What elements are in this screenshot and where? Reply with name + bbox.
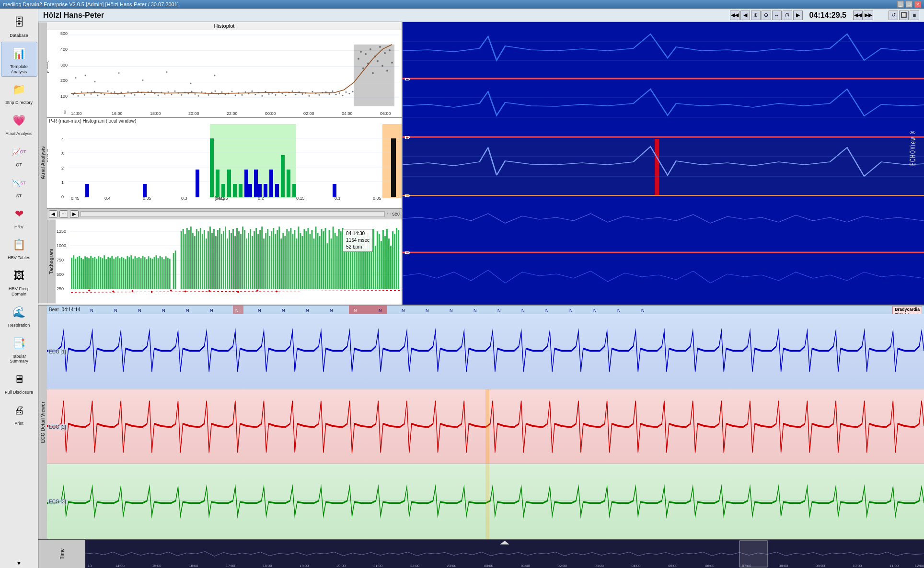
svg-rect-259 bbox=[217, 230, 219, 289]
svg-rect-243 bbox=[186, 228, 188, 289]
sidebar-item-strip-directory[interactable]: 📁 Strip Directory bbox=[1, 78, 37, 108]
svg-rect-160 bbox=[227, 170, 231, 197]
svg-point-112 bbox=[292, 91, 293, 92]
svg-text:08:00: 08:00 bbox=[779, 564, 788, 568]
time-bar-content[interactable]: 13 14:00 15:00 16:00 17:00 18:00 19:00 2… bbox=[85, 540, 924, 568]
sidebar-item-hrv[interactable]: ❤ HRV bbox=[1, 202, 37, 232]
sidebar-item-atrial-analysis[interactable]: 💗 Atrial Analysis bbox=[1, 109, 37, 139]
tachogram-side-label: Tachogram bbox=[47, 219, 56, 303]
ecg2-highlight bbox=[485, 389, 489, 464]
svg-rect-203 bbox=[104, 255, 105, 289]
svg-rect-174 bbox=[391, 138, 396, 197]
svg-rect-312 bbox=[319, 236, 321, 289]
svg-point-110 bbox=[285, 95, 287, 96]
sidebar-item-full-disclosure[interactable]: 🖥 Full Disclosure bbox=[1, 367, 37, 398]
zoom-in-button[interactable]: ⊕ bbox=[751, 11, 761, 20]
svg-point-127 bbox=[342, 95, 344, 96]
sidebar-label-template-analysis: Template Analysis bbox=[2, 64, 36, 75]
svg-rect-226 bbox=[148, 256, 150, 289]
svg-text:[msec]: [msec] bbox=[47, 60, 49, 73]
ecg-channel-1-label: ECG [1] bbox=[48, 349, 67, 354]
svg-rect-351 bbox=[394, 234, 395, 289]
svg-rect-268 bbox=[234, 236, 236, 289]
scroll-left-button[interactable]: ◀ bbox=[49, 210, 58, 218]
sidebar-item-hrv-freq-domain[interactable]: 🖼 HRV Freq-Domain bbox=[1, 264, 37, 299]
svg-rect-254 bbox=[208, 231, 209, 289]
undo-button[interactable]: ↺ bbox=[889, 11, 898, 20]
sidebar-label-respiration: Respiration bbox=[8, 323, 30, 328]
zoom-out-button[interactable]: ⊖ bbox=[762, 11, 771, 20]
svg-point-46 bbox=[151, 91, 152, 92]
svg-rect-420 bbox=[739, 541, 767, 567]
svg-point-33 bbox=[107, 91, 109, 92]
svg-rect-208 bbox=[113, 259, 115, 289]
svg-rect-162 bbox=[239, 184, 243, 197]
svg-rect-224 bbox=[144, 257, 146, 289]
tachogram-canvas: 250 500 750 1000 1250 bbox=[56, 219, 402, 303]
fast-rewind-button[interactable]: ◀◀ bbox=[853, 11, 863, 20]
svg-point-25 bbox=[81, 91, 82, 93]
layout-button[interactable]: 🔲 bbox=[899, 11, 909, 20]
svg-point-120 bbox=[319, 94, 320, 96]
qt-icon: 📈QT bbox=[10, 142, 29, 161]
svg-rect-352 bbox=[396, 228, 397, 289]
play-button[interactable]: ▶ bbox=[793, 11, 803, 20]
svg-rect-342 bbox=[377, 231, 378, 289]
menu-button[interactable]: ≡ bbox=[910, 11, 919, 20]
back-button[interactable]: ◀ bbox=[740, 11, 750, 20]
sidebar-item-qt[interactable]: 📈QT QT bbox=[1, 140, 37, 170]
sidebar-item-template-analysis[interactable]: 📊 Template Analysis bbox=[1, 42, 37, 77]
sidebar-item-print[interactable]: 🖨 Print bbox=[1, 398, 37, 429]
titlebar-controls[interactable]: _ □ ✕ bbox=[897, 1, 921, 8]
svg-point-104 bbox=[265, 91, 266, 92]
svg-rect-316 bbox=[327, 243, 328, 289]
svg-rect-166 bbox=[258, 184, 262, 197]
pr-scrolltrack[interactable] bbox=[81, 211, 385, 217]
svg-rect-187 bbox=[73, 255, 74, 289]
svg-point-73 bbox=[85, 75, 86, 76]
rewind-button[interactable]: ◀◀ bbox=[730, 11, 739, 20]
minimize-button[interactable]: _ bbox=[897, 1, 904, 8]
svg-point-109 bbox=[282, 93, 283, 94]
svg-rect-229 bbox=[154, 257, 155, 289]
svg-text:06:00: 06:00 bbox=[380, 111, 391, 116]
svg-point-103 bbox=[262, 95, 263, 97]
svg-rect-260 bbox=[219, 228, 220, 289]
svg-point-51 bbox=[168, 91, 169, 93]
svg-rect-231 bbox=[158, 258, 159, 289]
fit-button[interactable]: ↔ bbox=[772, 11, 782, 20]
sidebar-item-tabular-summary[interactable]: 📑 Tabular Summary bbox=[1, 331, 37, 367]
svg-text:0.45: 0.45 bbox=[71, 196, 80, 201]
sidebar-item-database[interactable]: 🗄 Database bbox=[1, 11, 37, 41]
svg-point-79 bbox=[214, 75, 216, 76]
sidebar-item-hrv-tables[interactable]: 📋 HRV Tables bbox=[1, 233, 37, 263]
svg-point-100 bbox=[252, 91, 253, 92]
maximize-button[interactable]: □ bbox=[906, 1, 912, 8]
fast-forward-button[interactable]: ▶▶ bbox=[864, 11, 873, 20]
svg-rect-209 bbox=[115, 257, 116, 289]
svg-rect-221 bbox=[138, 257, 139, 289]
hrv-icon: ❤ bbox=[10, 204, 29, 224]
sidebar-scroll-down[interactable]: ▼ bbox=[14, 558, 23, 568]
svg-text:3: 3 bbox=[61, 151, 64, 156]
scroll-dots-button[interactable]: ··· bbox=[59, 210, 68, 218]
pr-title: P-R (max-max) Histogram (local window) bbox=[47, 118, 402, 124]
pr-scrollbar[interactable]: ◀ ··· ▶ ··· sec bbox=[47, 209, 402, 219]
svg-rect-308 bbox=[311, 230, 312, 289]
svg-rect-217 bbox=[130, 255, 132, 289]
scroll-right-button[interactable]: ▶ bbox=[70, 210, 79, 218]
svg-point-93 bbox=[386, 70, 388, 72]
sidebar-item-st[interactable]: 📉ST ST bbox=[1, 171, 37, 201]
svg-point-124 bbox=[332, 91, 334, 92]
sidebar-item-respiration[interactable]: 🌊 Respiration bbox=[1, 300, 37, 330]
tooltip-time: 04:14:30 bbox=[346, 230, 370, 237]
svg-text:N: N bbox=[210, 308, 213, 313]
svg-rect-240 bbox=[181, 231, 182, 289]
close-button[interactable]: ✕ bbox=[914, 1, 921, 8]
svg-rect-280 bbox=[257, 234, 259, 289]
svg-text:N: N bbox=[569, 308, 573, 313]
left-inner: Histoplot 0 100 200 300 bbox=[47, 22, 402, 303]
clock-button[interactable]: ⏱ bbox=[783, 11, 792, 20]
svg-text:N: N bbox=[641, 308, 645, 313]
svg-rect-263 bbox=[225, 227, 226, 289]
